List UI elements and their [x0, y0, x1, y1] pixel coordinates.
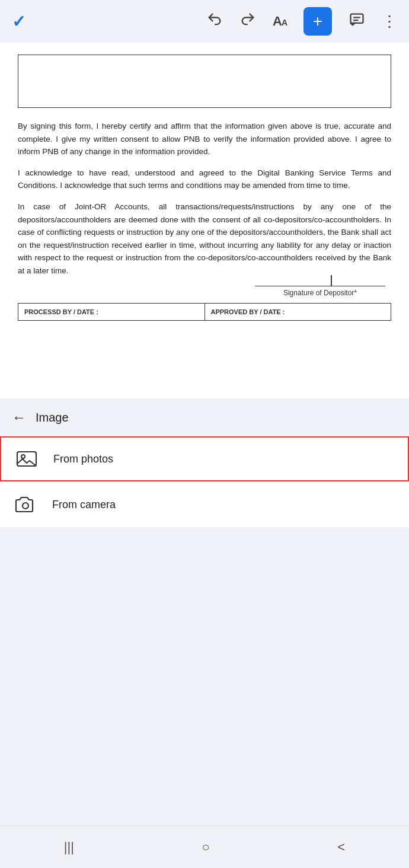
home-icon[interactable]: ○	[202, 840, 210, 855]
svg-point-4	[21, 455, 25, 458]
photos-icon	[14, 446, 39, 471]
camera-icon	[13, 492, 38, 517]
processed-by-cell: PROCESSD BY / DATE :	[18, 303, 205, 320]
approved-by-cell: APPROVED BY / DATE :	[204, 303, 391, 320]
add-button[interactable]: +	[303, 7, 332, 36]
paragraph-3: In case of Joint-OR Accounts, all transa…	[18, 200, 391, 277]
undo-icon[interactable]	[206, 11, 223, 31]
signature-label: Signature of Depositor*	[283, 289, 357, 297]
image-panel-title: Image	[36, 411, 69, 425]
back-icon[interactable]: ←	[12, 409, 26, 426]
toolbar: ✓ AA +	[0, 0, 409, 43]
check-icon[interactable]: ✓	[12, 12, 25, 31]
from-camera-label: From camera	[52, 499, 116, 511]
comment-icon[interactable]	[349, 11, 365, 31]
document-area: By signing this form, I hereby certify a…	[0, 43, 409, 398]
toolbar-left: ✓	[12, 12, 25, 31]
redo-icon[interactable]	[239, 11, 256, 31]
more-icon[interactable]: ⋮	[382, 14, 397, 29]
back-nav-icon[interactable]: <	[337, 840, 345, 855]
paragraph-1: By signing this form, I hereby certify a…	[18, 120, 391, 158]
svg-rect-0	[351, 14, 363, 23]
image-panel: ← Image From photos From camera	[0, 398, 409, 527]
signature-line-container: Signature of Depositor*	[255, 286, 385, 297]
image-panel-header: ← Image	[0, 398, 409, 436]
paragraph-2: I acknowledge to have read, understood a…	[18, 167, 391, 192]
svg-point-5	[23, 503, 28, 509]
toolbar-center: AA + ⋮	[206, 7, 397, 36]
signature-cursor	[331, 275, 332, 286]
signature-section: Signature of Depositor*	[18, 286, 391, 297]
add-label: +	[313, 12, 322, 31]
recent-apps-icon[interactable]: |||	[64, 840, 74, 855]
text-format-icon[interactable]: AA	[273, 14, 287, 29]
bottom-nav: ||| ○ <	[0, 825, 409, 868]
from-photos-label: From photos	[53, 453, 113, 465]
footer-table: PROCESSD BY / DATE : APPROVED BY / DATE …	[18, 303, 391, 321]
signature-input-box[interactable]	[18, 55, 391, 108]
from-camera-item[interactable]: From camera	[0, 482, 409, 527]
signature-line[interactable]	[255, 286, 385, 286]
from-photos-item[interactable]: From photos	[0, 436, 409, 481]
